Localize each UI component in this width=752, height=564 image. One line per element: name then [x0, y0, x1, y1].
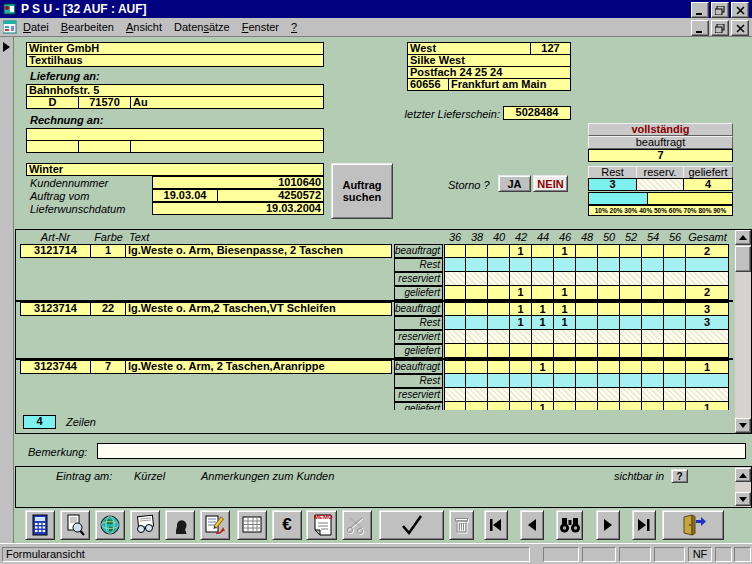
size-cell-42[interactable]: [510, 388, 532, 402]
size-cell-44[interactable]: [532, 330, 554, 344]
storno-nein-button[interactable]: NEIN: [533, 175, 568, 192]
size-cell-52[interactable]: [620, 360, 642, 374]
auftrag-nummer-field[interactable]: 4250572: [217, 189, 324, 202]
size-cell-36[interactable]: [444, 374, 466, 388]
menu-?[interactable]: ?: [285, 19, 303, 35]
size-cell-38[interactable]: [466, 302, 488, 316]
size-cell-54[interactable]: [642, 330, 664, 344]
size-cell-38[interactable]: [466, 330, 488, 344]
size-cell-44[interactable]: [532, 244, 554, 258]
right-plz-field[interactable]: 60656: [407, 78, 449, 91]
size-cell-48[interactable]: [576, 330, 598, 344]
size-cell-42[interactable]: 1: [510, 244, 532, 258]
size-cell-50[interactable]: [598, 374, 620, 388]
size-cell-38[interactable]: [466, 360, 488, 374]
size-cell-40[interactable]: [488, 272, 510, 286]
next-record-button[interactable]: [596, 510, 620, 540]
first-record-button[interactable]: [484, 510, 508, 540]
size-cell-46[interactable]: 1: [554, 244, 576, 258]
delivery-country-field[interactable]: D: [26, 96, 79, 109]
size-cell-42[interactable]: 1: [510, 316, 532, 330]
find-button[interactable]: [556, 510, 583, 540]
size-cell-36[interactable]: [444, 360, 466, 374]
size-cell-56[interactable]: [664, 374, 686, 388]
billing-city-field[interactable]: [130, 140, 324, 153]
size-cell-48[interactable]: [576, 258, 598, 272]
table-scroll-up-button[interactable]: [735, 230, 751, 245]
size-cell-52[interactable]: [620, 272, 642, 286]
size-cell-42[interactable]: 1: [510, 286, 532, 300]
size-cell-52[interactable]: [620, 286, 642, 300]
size-cell-48[interactable]: [576, 286, 598, 300]
size-cell-50[interactable]: [598, 244, 620, 258]
size-cell-44[interactable]: 1: [532, 316, 554, 330]
size-cell-44[interactable]: [532, 344, 554, 358]
table-scrollbar[interactable]: [735, 230, 751, 433]
size-cell-38[interactable]: [466, 272, 488, 286]
size-cell-54[interactable]: [642, 258, 664, 272]
size-cell-38[interactable]: [466, 316, 488, 330]
person-button[interactable]: [165, 510, 195, 540]
size-cell-40[interactable]: [488, 360, 510, 374]
size-cell-36[interactable]: [444, 302, 466, 316]
size-cell-38[interactable]: [466, 388, 488, 402]
delivery-plz-field[interactable]: 71570: [78, 96, 131, 109]
size-cell-56[interactable]: [664, 388, 686, 402]
record-selector-strip[interactable]: [0, 37, 14, 543]
size-cell-44[interactable]: [532, 272, 554, 286]
size-cell-42[interactable]: [510, 374, 532, 388]
size-cell-48[interactable]: [576, 344, 598, 358]
sichtbar-help-button[interactable]: ?: [671, 469, 688, 483]
size-cell-42[interactable]: 1: [510, 302, 532, 316]
size-cell-54[interactable]: [642, 360, 664, 374]
size-cell-48[interactable]: [576, 272, 598, 286]
size-cell-56[interactable]: [664, 302, 686, 316]
size-cell-40[interactable]: [488, 330, 510, 344]
size-cell-56[interactable]: [664, 272, 686, 286]
size-cell-40[interactable]: [488, 374, 510, 388]
size-cell-48[interactable]: [576, 302, 598, 316]
size-cell-44[interactable]: [532, 374, 554, 388]
size-cell-40[interactable]: [488, 316, 510, 330]
size-cell-52[interactable]: [620, 302, 642, 316]
delivery-city-field[interactable]: Au: [130, 96, 324, 109]
size-cell-46[interactable]: [554, 388, 576, 402]
size-cell-36[interactable]: [444, 330, 466, 344]
size-cell-46[interactable]: [554, 360, 576, 374]
menu-ansicht[interactable]: Ansicht: [120, 19, 168, 35]
size-cell-54[interactable]: [642, 374, 664, 388]
size-cell-42[interactable]: [510, 258, 532, 272]
size-cell-36[interactable]: [444, 316, 466, 330]
size-cell-38[interactable]: [466, 258, 488, 272]
size-cell-56[interactable]: [664, 344, 686, 358]
size-cell-46[interactable]: 1: [554, 302, 576, 316]
globe-button[interactable]: [95, 510, 125, 540]
lieferwunsch-field[interactable]: 19.03.2004: [152, 202, 324, 215]
menu-bearbeiten[interactable]: Bearbeiten: [55, 19, 120, 35]
size-cell-48[interactable]: [576, 374, 598, 388]
size-cell-50[interactable]: [598, 272, 620, 286]
billing-country-field[interactable]: [26, 140, 79, 153]
size-cell-38[interactable]: [466, 244, 488, 258]
size-cell-56[interactable]: [664, 402, 686, 410]
size-cell-50[interactable]: [598, 344, 620, 358]
auftrag-datum-field[interactable]: 19.03.04: [152, 189, 218, 202]
size-cell-48[interactable]: [576, 316, 598, 330]
size-cell-38[interactable]: [466, 344, 488, 358]
size-cell-36[interactable]: [444, 258, 466, 272]
print-preview-button[interactable]: [60, 510, 90, 540]
size-cell-46[interactable]: 1: [554, 316, 576, 330]
size-cell-48[interactable]: [576, 360, 598, 374]
size-cell-42[interactable]: [510, 344, 532, 358]
kurzname-field[interactable]: Winter: [26, 163, 324, 176]
size-cell-48[interactable]: [576, 402, 598, 410]
confirm-button[interactable]: [379, 510, 444, 540]
size-cell-42[interactable]: [510, 330, 532, 344]
size-cell-44[interactable]: [532, 388, 554, 402]
anmerkungen-scroll-up-button[interactable]: [735, 468, 751, 482]
size-cell-40[interactable]: [488, 402, 510, 410]
size-cell-44[interactable]: 1: [532, 302, 554, 316]
edit-document-button[interactable]: [200, 510, 230, 540]
size-cell-46[interactable]: [554, 258, 576, 272]
size-cell-38[interactable]: [466, 374, 488, 388]
